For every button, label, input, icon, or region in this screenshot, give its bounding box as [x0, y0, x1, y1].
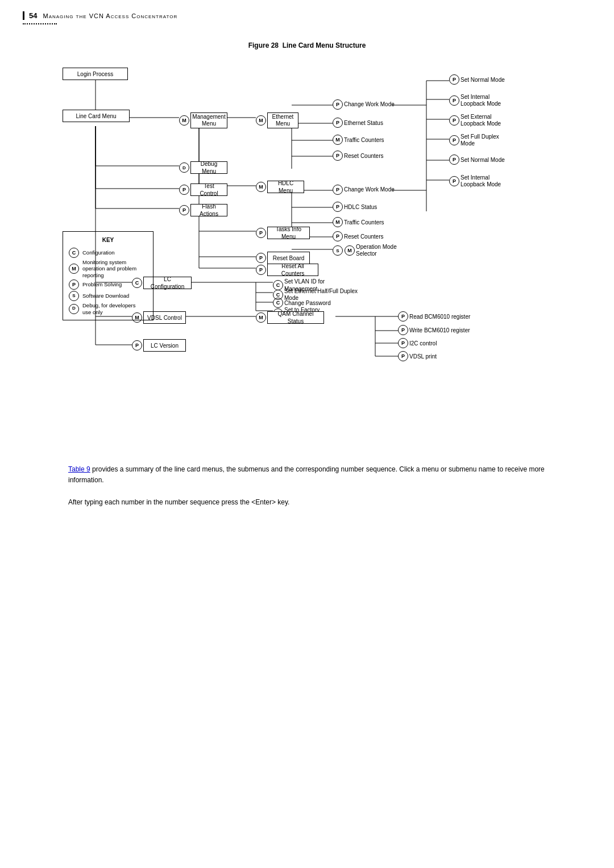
p-icon-rac: P [256, 265, 266, 275]
figure-caption: Figure 28 Line Card Menu Structure [23, 41, 591, 49]
change-work-mode-hdlc-node: P Change Work Mode [333, 185, 395, 195]
p-icon-cwmh: P [333, 185, 343, 195]
m-icon-qam: M [256, 312, 266, 323]
p-icon-sel: P [449, 115, 459, 126]
set-normal-mode-2-label: Set Normal Mode [460, 156, 505, 164]
ethernet-menu-node: M Ethernet Menu [256, 112, 298, 128]
key-title: KEY [69, 235, 147, 245]
m-icon-hdlc: M [256, 182, 266, 192]
key-m-label: Monitoring system operation and problem … [82, 259, 145, 278]
reset-counters-hdlc-label: Reset Counters [344, 233, 383, 240]
test-control-node: P Test Control [179, 183, 227, 196]
body-paragraph-1: Table 9 provides a summary of the line c… [68, 464, 546, 486]
key-row-c: C Configuration [69, 248, 147, 258]
hdlc-menu-box: HDLC Menu [267, 181, 304, 193]
write-bcm-label: Write BCM6010 register [409, 327, 470, 334]
ethernet-menu-box: Ethernet Menu [267, 112, 298, 128]
key-c-label: Configuration [82, 249, 115, 256]
qam-channel-status-box: QAM Channel Status [267, 311, 324, 324]
p-icon-sfd: P [449, 135, 459, 145]
hdlc-status-node: P HDLC Status [333, 202, 377, 212]
key-row-s: S Software Download [69, 291, 147, 301]
m-icon-tch: M [333, 217, 343, 227]
key-row-d: D Debug, for developers use only [69, 302, 147, 315]
ethernet-status-node: P Ethernet Status [333, 118, 383, 128]
page-header: 54 Managing the VCN Access Concentrator [23, 11, 591, 20]
read-bcm-node: P Read BCM6010 register [398, 311, 470, 322]
key-m-icon: M [69, 264, 79, 274]
set-external-loopback-label: Set External Loopback Mode [460, 114, 512, 127]
set-full-duplex-label: Set Full Duplex Mode [460, 133, 512, 147]
body-paragraph-2: After typing each number in the number s… [68, 497, 546, 508]
set-external-loopback-node: P Set External Loopback Mode [449, 114, 512, 127]
key-p-icon: P [69, 279, 79, 290]
change-work-mode-hdlc-label: Change Work Mode [344, 186, 395, 193]
ethernet-status-label: Ethernet Status [344, 119, 383, 127]
change-work-mode-eth-label: Change Work Mode [344, 101, 395, 108]
debug-menu-box: Debug Menu [190, 161, 227, 174]
operation-mode-selector-node: S M Operation Mode Selector [333, 244, 407, 257]
line-card-menu-box: Line Card Menu [63, 110, 130, 122]
set-full-duplex-node: P Set Full Duplex Mode [449, 133, 512, 147]
key-c-icon: C [69, 248, 79, 258]
p-icon-es: P [333, 118, 343, 128]
traffic-counters-eth-node: M Traffic Counters [333, 135, 384, 145]
p-icon-i2c: P [398, 338, 408, 348]
diagram: Login Process Line Card Menu M Managemen… [28, 61, 586, 447]
p-icon-snm1: P [449, 74, 459, 85]
key-box: KEY C Configuration M Monitoring system … [63, 231, 154, 320]
header-rule [23, 23, 57, 24]
login-process-box: Login Process [63, 68, 128, 80]
reset-counters-eth-label: Reset Counters [344, 152, 383, 160]
operation-mode-selector-label: Operation Mode Selector [356, 244, 407, 257]
p-icon-rce: P [333, 151, 343, 161]
key-s-icon: S [69, 291, 79, 301]
management-menu-box: Management Menu [190, 112, 227, 128]
p-icon-rb: P [256, 253, 266, 263]
p-icon-sil2: P [449, 176, 459, 186]
change-work-mode-eth-node: P Change Work Mode [333, 99, 395, 110]
m-icon-oms: M [345, 245, 355, 256]
p-icon-cwm: P [333, 99, 343, 110]
p-icon-vp: P [398, 351, 408, 361]
page-title: Managing the VCN Access Concentrator [43, 11, 177, 19]
vdsl-print-label: VDSL print [409, 353, 437, 360]
m-icon: M [179, 115, 189, 126]
set-internal-loopback-2-label: Set Internal Loopback Mode [460, 174, 512, 188]
hdlc-menu-node: M HDLC Menu [256, 181, 304, 193]
flash-actions-box: Flash Actions [190, 204, 227, 216]
i2c-control-label: I2C control [409, 340, 437, 347]
p-icon-hs: P [333, 202, 343, 212]
p-icon-snm2: P [449, 155, 459, 165]
set-internal-loopback-1-node: P Set Internal Loopback Mode [449, 94, 512, 107]
debug-menu-node: D Debug Menu [179, 161, 227, 174]
s-icon-oms: S [333, 245, 343, 256]
lc-version-box: LC Version [143, 339, 186, 352]
key-d-label: Debug, for developers use only [82, 302, 145, 315]
set-normal-mode-1-node: P Set Normal Mode [449, 74, 505, 85]
m-icon-eth: M [256, 115, 266, 126]
p-icon-rbcm: P [398, 311, 408, 322]
change-password-label: Change Password [284, 299, 331, 307]
page-number: 54 [29, 11, 37, 20]
set-normal-mode-2-node: P Set Normal Mode [449, 155, 505, 165]
management-menu-node: M Management Menu [179, 112, 227, 128]
write-bcm-node: P Write BCM6010 register [398, 325, 470, 335]
set-normal-mode-1-label: Set Normal Mode [460, 76, 505, 84]
reset-counters-eth-node: P Reset Counters [333, 151, 383, 161]
reset-all-counters-node: P Reset All Counters [256, 264, 318, 276]
vdsl-print-node: P VDSL print [398, 351, 437, 361]
d-icon: D [179, 162, 189, 173]
table9-link[interactable]: Table 9 [68, 465, 90, 473]
key-row-p: P Problem Solving [69, 279, 147, 290]
p-icon-sil1: P [449, 95, 459, 106]
p-icon-fa: P [179, 205, 189, 215]
key-row-m: M Monitoring system operation and proble… [69, 259, 147, 278]
test-control-box: Test Control [190, 183, 227, 196]
tasks-info-node: P Tasks Info Menu [256, 227, 310, 239]
key-d-icon: D [69, 304, 79, 314]
p-icon-ti: P [256, 228, 266, 238]
lc-version-node: P LC Version [132, 339, 186, 352]
traffic-counters-hdlc-label: Traffic Counters [344, 219, 384, 226]
hdlc-status-label: HDLC Status [344, 203, 377, 211]
